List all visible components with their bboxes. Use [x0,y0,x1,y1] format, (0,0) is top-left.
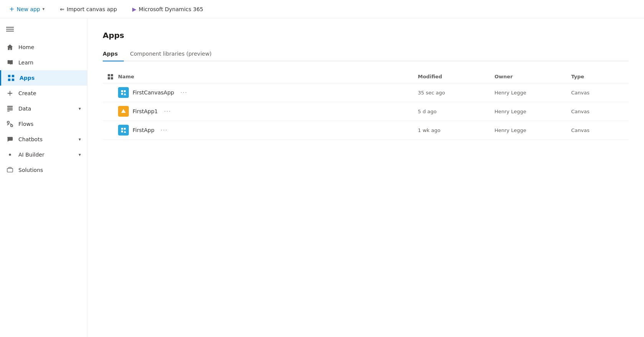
row3-owner: Henry Legge [495,127,571,133]
table-row[interactable]: FirstApp1 ··· 5 d ago Henry Legge Canvas [103,102,629,121]
sidebar-item-learn[interactable]: Learn [0,55,87,70]
plus-icon: + [9,5,14,13]
svg-rect-9 [7,109,13,111]
flows-icon [6,120,14,128]
sidebar-item-data[interactable]: Data ▾ [0,101,87,116]
row3-type: Canvas [571,127,629,133]
import-icon: ⇐ [60,6,64,12]
table-row[interactable]: FirstCanvasApp ··· 35 sec ago Henry Legg… [103,83,629,102]
row3-modified: 1 wk ago [418,127,495,133]
chevron-down-icon: ▾ [43,7,45,12]
sidebar-item-create-label: Create [18,90,36,96]
apps-icon [7,74,15,82]
sidebar-item-apps-label: Apps [20,75,34,81]
row2-app-icon [118,106,129,117]
topbar: + New app ▾ ⇐ Import canvas app ▶ Micros… [0,0,644,18]
row1-owner: Henry Legge [495,90,571,96]
data-chevron-icon: ▾ [79,106,81,111]
import-canvas-app-button[interactable]: ⇐ Import canvas app [57,4,120,15]
svg-rect-12 [7,168,13,172]
create-icon [6,89,14,97]
main-content: Apps Apps Component libraries (preview) [87,18,644,337]
row2-app-name: FirstApp1 [133,108,158,114]
row1-name-col: FirstCanvasApp ··· [118,87,418,98]
apps-table: Name Modified Owner Type FirstCanvasApp … [103,71,629,140]
svg-rect-7 [7,106,13,107]
sidebar-item-solutions-label: Solutions [18,167,43,173]
row1-type: Canvas [571,90,629,96]
sidebar-item-ai-builder-label: AI Builder [18,152,44,158]
sidebar-item-data-label: Data [18,106,31,112]
table-options-icon [107,74,113,80]
col-check-header [103,74,118,80]
svg-rect-8 [7,107,13,109]
sidebar-item-chatbots-label: Chatbots [18,136,43,142]
page-title: Apps [103,31,629,40]
data-icon [6,105,14,112]
svg-rect-16 [111,77,113,79]
row2-type: Canvas [571,109,629,114]
svg-rect-1 [6,29,14,30]
row1-app-name: FirstCanvasApp [133,89,174,96]
col-owner-header: Owner [495,74,571,80]
svg-rect-15 [108,77,110,79]
svg-rect-4 [12,75,14,77]
sidebar-item-home-label: Home [18,44,34,50]
chatbots-icon [6,135,14,143]
svg-rect-14 [111,74,113,76]
sidebar-item-flows[interactable]: Flows [0,116,87,132]
hamburger-button[interactable] [0,21,87,38]
row2-name-col: FirstApp1 ··· [118,106,418,117]
row2-more-options[interactable]: ··· [164,108,171,115]
svg-rect-13 [108,74,110,76]
row3-more-options[interactable]: ··· [161,127,168,134]
book-icon [6,59,14,66]
sidebar-item-ai-builder[interactable]: AI Builder ▾ [0,147,87,162]
sidebar-item-create[interactable]: Create [0,86,87,101]
col-modified-header: Modified [418,74,495,80]
svg-point-11 [9,154,11,155]
svg-rect-2 [6,31,14,31]
sidebar-item-learn-label: Learn [18,59,33,66]
row3-name-col: FirstApp ··· [118,125,418,135]
svg-rect-0 [6,27,14,28]
hamburger-icon [6,25,14,33]
new-app-button[interactable]: + New app ▾ [6,3,48,15]
solutions-icon [6,166,14,174]
col-name-header: Name [118,74,418,80]
row1-more-options[interactable]: ··· [180,89,187,96]
ai-builder-icon [6,151,14,159]
col-type-header: Type [571,74,629,80]
tab-bar: Apps Component libraries (preview) [103,48,629,61]
row2-modified: 5 d ago [418,109,495,114]
svg-rect-3 [8,75,10,77]
sidebar-item-apps[interactable]: Apps [0,70,87,86]
sidebar-item-home[interactable]: Home [0,40,87,55]
sidebar-item-flows-label: Flows [18,121,33,127]
sidebar: Home Learn Apps [0,18,87,337]
svg-rect-6 [12,79,14,81]
row3-app-icon [118,125,129,135]
dynamics-button[interactable]: ▶ Microsoft Dynamics 365 [129,4,206,15]
tab-apps[interactable]: Apps [103,48,124,61]
row2-owner: Henry Legge [495,109,571,114]
home-icon [6,43,14,51]
tab-component-libraries[interactable]: Component libraries (preview) [130,48,218,61]
chatbots-chevron-icon: ▾ [79,137,81,142]
canvas-app-icon [120,89,127,96]
dynamics-icon: ▶ [132,6,136,12]
ai-builder-chevron-icon: ▾ [79,152,81,157]
row1-app-icon [118,87,129,98]
model-app-icon [120,108,127,114]
svg-rect-5 [8,79,10,81]
svg-rect-10 [7,111,10,111]
sidebar-item-solutions[interactable]: Solutions [0,162,87,178]
sidebar-item-chatbots[interactable]: Chatbots ▾ [0,132,87,147]
row3-app-name: FirstApp [133,127,154,133]
canvas-app-icon2 [120,127,127,133]
row1-modified: 35 sec ago [418,90,495,96]
table-header: Name Modified Owner Type [103,71,629,83]
table-row[interactable]: FirstApp ··· 1 wk ago Henry Legge Canvas [103,121,629,140]
